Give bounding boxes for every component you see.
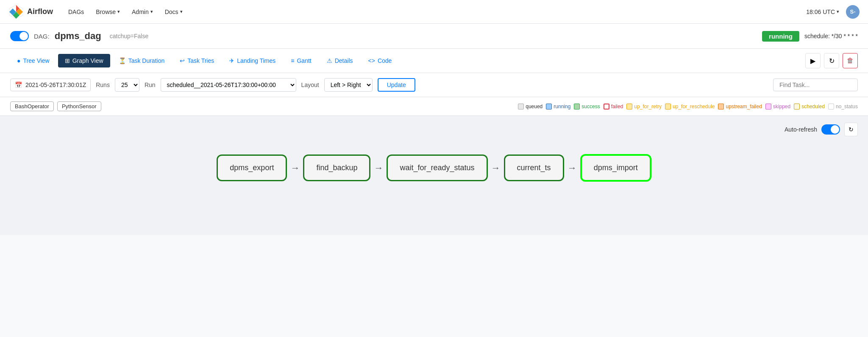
header-right: 18:06 UTC ▾ S- — [806, 5, 860, 19]
node-find-backup-label: find_backup — [316, 163, 357, 172]
node-wait-for-ready-status[interactable]: wait_for_ready_status — [387, 154, 487, 181]
time-display[interactable]: 18:06 UTC ▾ — [806, 8, 839, 15]
legend-skipped: skipped — [765, 104, 790, 110]
node-find-backup[interactable]: find_backup — [303, 154, 370, 181]
node-current-ts[interactable]: current_ts — [504, 154, 564, 181]
tab-gantt-label: Gantt — [297, 57, 311, 64]
nav-dags[interactable]: DAGs — [63, 6, 89, 18]
airflow-logo-icon — [8, 4, 24, 20]
status-legend: queued running success failed up_for_ret… — [518, 104, 858, 110]
tab-tree-view[interactable]: ● Tree View — [10, 54, 56, 67]
schedule-text: schedule: */30 * * * * — [804, 33, 858, 39]
dag-name: dpms_dag — [55, 31, 101, 42]
python-sensor-badge: PythonSensor — [57, 101, 101, 111]
tree-view-icon: ● — [17, 57, 20, 64]
skipped-box — [765, 104, 771, 110]
runs-label: Runs — [96, 81, 110, 88]
run-select[interactable]: scheduled__2021-05-26T17:30:00+00:00 — [161, 78, 296, 92]
update-button[interactable]: Update — [378, 78, 415, 92]
bash-operator-badge: BashOperator — [10, 101, 54, 111]
node-dpms-import-label: dpms_import — [594, 163, 638, 172]
runs-select[interactable]: 25 — [115, 78, 139, 92]
refresh-button[interactable]: ↻ — [824, 53, 839, 68]
delete-button[interactable]: 🗑 — [843, 53, 858, 68]
dag-toggle[interactable] — [10, 31, 29, 41]
operators-legend: BashOperator PythonSensor — [10, 101, 101, 111]
time-value: 18:06 UTC — [806, 8, 835, 15]
task-duration-icon: ⏳ — [119, 57, 126, 64]
legend-bar: BashOperator PythonSensor queued running… — [0, 97, 868, 116]
arrow-4: → — [564, 163, 580, 174]
up-for-retry-label: up_for_retry — [634, 104, 662, 110]
find-task-input[interactable] — [773, 79, 858, 91]
running-badge: running — [762, 31, 799, 42]
code-icon: <> — [368, 57, 375, 64]
logo-text: Airflow — [27, 7, 53, 16]
dag-title-right: running schedule: */30 * * * * — [762, 31, 858, 42]
arrow-3: → — [488, 163, 504, 174]
tab-code[interactable]: <> Code — [362, 54, 399, 67]
up-for-reschedule-box — [665, 104, 671, 110]
node-dpms-export[interactable]: dpms_export — [217, 154, 287, 181]
calendar-icon: 📅 — [15, 81, 22, 88]
tab-task-duration[interactable]: ⏳ Task Duration — [112, 54, 172, 67]
node-wait-for-ready-status-label: wait_for_ready_status — [400, 163, 474, 172]
upstream-failed-box — [718, 104, 724, 110]
legend-queued: queued — [518, 104, 542, 110]
running-label: running — [554, 104, 570, 110]
legend-up-for-reschedule: up_for_reschedule — [665, 104, 715, 110]
legend-up-for-retry: up_for_retry — [626, 104, 662, 110]
graph-refresh-button[interactable]: ↻ — [844, 123, 858, 136]
landing-times-icon: ✈ — [229, 57, 234, 64]
nav-admin[interactable]: Admin ▾ — [127, 6, 158, 18]
controls-bar: 📅 2021-05-26T17:30:01Z Runs 25 Run sched… — [0, 73, 868, 97]
tab-graph-view[interactable]: ⊞ Graph View — [58, 54, 110, 67]
header-left: Airflow DAGs Browse ▾ Admin ▾ Docs ▾ — [8, 4, 188, 20]
graph-area: Auto-refresh ↻ dpms_export → find_backup… — [0, 116, 868, 235]
tab-landing-times-label: Landing Times — [237, 57, 275, 64]
no-status-label: no_status — [836, 104, 858, 110]
user-avatar[interactable]: S- — [846, 5, 860, 19]
flow-diagram: dpms_export → find_backup → wait_for_rea… — [10, 129, 858, 194]
legend-upstream-failed: upstream_failed — [718, 104, 762, 110]
queued-box — [518, 104, 524, 110]
tab-details[interactable]: ⚠ Details — [320, 54, 360, 67]
nav: DAGs Browse ▾ Admin ▾ Docs ▾ — [63, 6, 188, 18]
view-tabs: ● Tree View ⊞ Graph View ⏳ Task Duration… — [0, 49, 868, 73]
tab-tree-view-label: Tree View — [23, 57, 49, 64]
node-dpms-export-label: dpms_export — [230, 163, 274, 172]
scheduled-label: scheduled — [801, 104, 825, 110]
time-chevron-icon: ▾ — [837, 9, 839, 14]
task-tries-icon: ↩ — [180, 57, 185, 64]
nav-docs[interactable]: Docs ▾ — [160, 6, 188, 18]
dag-title-bar: DAG: dpms_dag catchup=False running sche… — [0, 24, 868, 49]
gantt-icon: ≡ — [291, 57, 294, 64]
tab-details-label: Details — [335, 57, 353, 64]
nav-browse[interactable]: Browse ▾ — [91, 6, 125, 18]
node-dpms-import[interactable]: dpms_import — [580, 154, 651, 182]
failed-label: failed — [611, 104, 623, 110]
details-icon: ⚠ — [327, 57, 332, 64]
date-picker[interactable]: 📅 2021-05-26T17:30:01Z — [10, 79, 91, 91]
tab-task-tries-label: Task Tries — [187, 57, 214, 64]
scheduled-box — [794, 104, 800, 110]
tab-gantt[interactable]: ≡ Gantt — [284, 54, 318, 67]
layout-select[interactable]: Left > Right — [324, 78, 373, 92]
play-button[interactable]: ▶ — [805, 53, 821, 68]
tabs-right: ▶ ↻ 🗑 — [805, 53, 858, 68]
success-label: success — [581, 104, 600, 110]
arrow-1: → — [287, 163, 303, 174]
skipped-label: skipped — [773, 104, 790, 110]
tab-task-tries[interactable]: ↩ Task Tries — [173, 54, 221, 67]
tab-graph-view-label: Graph View — [72, 57, 103, 64]
docs-chevron-icon: ▾ — [180, 9, 183, 14]
auto-refresh-toggle[interactable] — [821, 124, 840, 135]
tab-landing-times[interactable]: ✈ Landing Times — [223, 54, 282, 67]
logo[interactable]: Airflow — [8, 4, 53, 20]
header: Airflow DAGs Browse ▾ Admin ▾ Docs ▾ 18:… — [0, 0, 868, 24]
success-box — [574, 104, 580, 110]
run-label: Run — [145, 81, 156, 88]
legend-no-status: no_status — [828, 104, 858, 110]
layout-label: Layout — [301, 81, 319, 88]
dag-label: DAG: — [34, 33, 50, 40]
